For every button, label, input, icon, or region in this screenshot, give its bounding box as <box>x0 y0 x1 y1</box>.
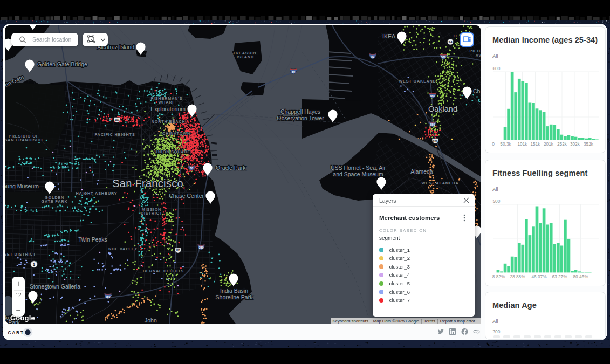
svg-text:India Basin: India Basin <box>220 287 248 294</box>
svg-text:80.46%: 80.46% <box>573 274 588 279</box>
svg-text:DISTRICT: DISTRICT <box>141 211 162 216</box>
svg-text:Alameda: Alameda <box>410 168 433 175</box>
svg-text:USS Hornet - Sea, Air: USS Hornet - Sea, Air <box>331 164 386 171</box>
svg-text:Chase Center: Chase Center <box>169 193 204 199</box>
svg-text:Oakland: Oakland <box>428 105 457 113</box>
svg-text:80: 80 <box>371 55 374 58</box>
svg-text:280: 280 <box>106 295 111 298</box>
svg-text:Ch: Ch <box>473 88 481 94</box>
svg-text:HAIGHT-ASHBURY: HAIGHT-ASHBURY <box>76 191 117 196</box>
svg-text:NORTH BEACH: NORTH BEACH <box>152 119 186 124</box>
svg-text:1: 1 <box>33 263 35 266</box>
svg-text:de Young Museum: de Young Museum <box>5 183 39 189</box>
svg-text:John: John <box>145 317 157 324</box>
svg-text:WHARF: WHARF <box>158 100 175 105</box>
svg-text:Chappell Hayes: Chappell Hayes <box>280 108 320 115</box>
svg-text:SAN FRANCISCO: SAN FRANCISCO <box>5 138 43 142</box>
svg-text:WEST ALAMEDA: WEST ALAMEDA <box>422 181 459 186</box>
svg-text:101k: 101k <box>518 141 528 147</box>
svg-text:46.07%: 46.07% <box>531 274 547 279</box>
svg-text:980: 980 <box>430 94 435 98</box>
svg-text:260: 260 <box>433 140 438 143</box>
svg-text:101: 101 <box>176 249 181 252</box>
svg-text:Golden Gate Bridge: Golden Gate Bridge <box>37 61 87 67</box>
svg-text:BERNAL HEIGHTS: BERNAL HEIGHTS <box>143 269 184 273</box>
svg-text:NOE VALLEY: NOE VALLEY <box>108 246 138 251</box>
svg-text:UNION SQUARE: UNION SQUARE <box>155 149 190 154</box>
svg-text:600: 600 <box>493 66 501 71</box>
svg-text:302k: 302k <box>570 141 580 147</box>
svg-text:San Francisco: San Francisco <box>112 177 183 189</box>
svg-text:50.3k: 50.3k <box>500 141 511 147</box>
svg-text:PACIFIC HEIGHTS: PACIFIC HEIGHTS <box>94 132 135 137</box>
svg-text:252k: 252k <box>557 141 567 147</box>
svg-text:Exploratorium: Exploratorium <box>150 106 186 112</box>
svg-text:Observation Tower: Observation Tower <box>277 115 324 121</box>
svg-text:0: 0 <box>492 141 495 147</box>
svg-text:Twin Peaks: Twin Peaks <box>78 236 107 243</box>
svg-text:580: 580 <box>441 56 446 59</box>
svg-text:880: 880 <box>430 123 435 126</box>
svg-text:Stonestown Galleria: Stonestown Galleria <box>30 283 80 290</box>
svg-text:AVENUE: AVENUE <box>476 53 481 58</box>
svg-text:24: 24 <box>449 40 453 44</box>
svg-text:63.27%: 63.27% <box>552 274 567 279</box>
svg-text:500: 500 <box>493 199 501 204</box>
svg-text:CART: CART <box>8 330 24 335</box>
svg-text:WEST OAKLAND: WEST OAKLAND <box>399 79 436 84</box>
svg-text:Shoreline Park: Shoreline Park <box>216 294 253 300</box>
svg-text:101: 101 <box>115 118 120 121</box>
svg-text:ISLAND: ISLAND <box>237 54 254 59</box>
svg-text:28.88%: 28.88% <box>510 274 525 279</box>
svg-text:IKEA: IKEA <box>382 33 395 39</box>
svg-text:201k: 201k <box>544 141 554 147</box>
svg-text:SUNSET DISTRICT: SUNSET DISTRICT <box>5 252 36 257</box>
svg-text:GATE PARK: GATE PARK <box>41 199 67 204</box>
svg-text:Oracle Park: Oracle Park <box>216 164 246 171</box>
svg-text:and Space Museum: and Space Museum <box>333 171 383 177</box>
svg-text:8.82%: 8.82% <box>492 274 505 279</box>
svg-text:352k: 352k <box>584 141 594 147</box>
svg-text:CHINATOWN: CHINATOWN <box>162 131 190 136</box>
svg-text:280: 280 <box>199 246 204 249</box>
svg-text:151k: 151k <box>531 141 541 147</box>
svg-text:700: 700 <box>493 329 501 334</box>
svg-text:TE: TE <box>453 33 459 38</box>
svg-text:80: 80 <box>190 167 193 170</box>
svg-text:80: 80 <box>292 70 295 73</box>
